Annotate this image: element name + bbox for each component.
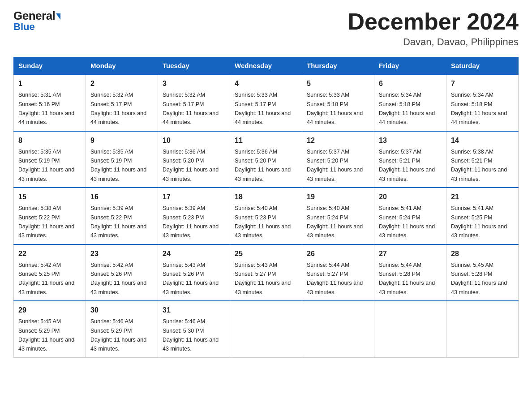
- day-number: 1: [18, 78, 81, 89]
- table-row: 24Sunrise: 5:43 AMSunset: 5:26 PMDayligh…: [158, 244, 230, 301]
- table-row: 30Sunrise: 5:46 AMSunset: 5:29 PMDayligh…: [86, 301, 158, 357]
- table-row: 9Sunrise: 5:35 AMSunset: 5:19 PMDaylight…: [86, 131, 158, 188]
- table-row: [302, 301, 374, 357]
- day-number: 21: [451, 192, 514, 202]
- day-number: 8: [18, 135, 81, 146]
- table-row: 21Sunrise: 5:41 AMSunset: 5:25 PMDayligh…: [446, 188, 519, 244]
- table-row: 22Sunrise: 5:42 AMSunset: 5:25 PMDayligh…: [14, 244, 86, 301]
- day-info: Sunrise: 5:39 AMSunset: 5:22 PMDaylight:…: [90, 205, 146, 239]
- day-number: 25: [235, 248, 297, 259]
- day-number: 28: [451, 248, 514, 259]
- page-header: General Blue December 2024 Davan, Davao,…: [13, 9, 519, 48]
- table-row: [374, 301, 446, 357]
- col-monday: Monday: [86, 57, 158, 75]
- table-row: 8Sunrise: 5:35 AMSunset: 5:19 PMDaylight…: [14, 131, 86, 188]
- day-number: 2: [90, 78, 153, 89]
- day-info: Sunrise: 5:35 AMSunset: 5:19 PMDaylight:…: [90, 149, 146, 182]
- day-number: 15: [18, 192, 81, 202]
- day-number: 12: [307, 135, 369, 146]
- col-friday: Friday: [374, 57, 446, 75]
- day-info: Sunrise: 5:43 AMSunset: 5:27 PMDaylight:…: [235, 262, 291, 295]
- day-info: Sunrise: 5:46 AMSunset: 5:30 PMDaylight:…: [163, 318, 219, 352]
- col-thursday: Thursday: [302, 57, 374, 75]
- table-row: 5Sunrise: 5:33 AMSunset: 5:18 PMDaylight…: [302, 74, 374, 131]
- calendar-subtitle: Davan, Davao, Philippines: [348, 36, 519, 48]
- logo: General Blue: [13, 9, 60, 33]
- table-row: [230, 301, 302, 357]
- day-info: Sunrise: 5:39 AMSunset: 5:23 PMDaylight:…: [163, 205, 219, 239]
- day-number: 11: [235, 135, 297, 146]
- table-row: 29Sunrise: 5:45 AMSunset: 5:29 PMDayligh…: [14, 301, 86, 357]
- day-info: Sunrise: 5:33 AMSunset: 5:17 PMDaylight:…: [235, 92, 291, 125]
- table-row: 23Sunrise: 5:42 AMSunset: 5:26 PMDayligh…: [86, 244, 158, 301]
- calendar-title: December 2024: [348, 9, 519, 34]
- day-info: Sunrise: 5:38 AMSunset: 5:21 PMDaylight:…: [451, 149, 507, 182]
- calendar-week-row: 22Sunrise: 5:42 AMSunset: 5:25 PMDayligh…: [14, 244, 519, 301]
- table-row: 17Sunrise: 5:39 AMSunset: 5:23 PMDayligh…: [158, 188, 230, 244]
- day-info: Sunrise: 5:40 AMSunset: 5:24 PMDaylight:…: [307, 205, 363, 239]
- calendar-header-row: Sunday Monday Tuesday Wednesday Thursday…: [14, 57, 519, 75]
- table-row: 18Sunrise: 5:40 AMSunset: 5:23 PMDayligh…: [230, 188, 302, 244]
- calendar-week-row: 1Sunrise: 5:31 AMSunset: 5:16 PMDaylight…: [14, 74, 519, 131]
- day-info: Sunrise: 5:32 AMSunset: 5:17 PMDaylight:…: [163, 92, 219, 125]
- table-row: 2Sunrise: 5:32 AMSunset: 5:17 PMDaylight…: [86, 74, 158, 131]
- table-row: 3Sunrise: 5:32 AMSunset: 5:17 PMDaylight…: [158, 74, 230, 131]
- day-number: 22: [18, 248, 81, 259]
- day-number: 30: [90, 305, 153, 316]
- table-row: 14Sunrise: 5:38 AMSunset: 5:21 PMDayligh…: [446, 131, 519, 188]
- day-number: 19: [307, 192, 369, 202]
- day-number: 16: [90, 192, 153, 202]
- col-tuesday: Tuesday: [158, 57, 230, 75]
- logo-text-bottom: Blue: [13, 21, 35, 33]
- table-row: 16Sunrise: 5:39 AMSunset: 5:22 PMDayligh…: [86, 188, 158, 244]
- table-row: 1Sunrise: 5:31 AMSunset: 5:16 PMDaylight…: [14, 74, 86, 131]
- table-row: 4Sunrise: 5:33 AMSunset: 5:17 PMDaylight…: [230, 74, 302, 131]
- day-info: Sunrise: 5:31 AMSunset: 5:16 PMDaylight:…: [18, 92, 74, 125]
- table-row: 26Sunrise: 5:44 AMSunset: 5:27 PMDayligh…: [302, 244, 374, 301]
- col-saturday: Saturday: [446, 57, 519, 75]
- table-row: [446, 301, 519, 357]
- day-info: Sunrise: 5:45 AMSunset: 5:29 PMDaylight:…: [18, 318, 74, 352]
- table-row: 19Sunrise: 5:40 AMSunset: 5:24 PMDayligh…: [302, 188, 374, 244]
- table-row: 13Sunrise: 5:37 AMSunset: 5:21 PMDayligh…: [374, 131, 446, 188]
- day-number: 18: [235, 192, 297, 202]
- day-info: Sunrise: 5:37 AMSunset: 5:21 PMDaylight:…: [379, 149, 435, 182]
- day-number: 4: [235, 78, 297, 89]
- table-row: 20Sunrise: 5:41 AMSunset: 5:24 PMDayligh…: [374, 188, 446, 244]
- day-info: Sunrise: 5:34 AMSunset: 5:18 PMDaylight:…: [451, 92, 507, 125]
- day-info: Sunrise: 5:45 AMSunset: 5:28 PMDaylight:…: [451, 262, 507, 295]
- day-number: 26: [307, 248, 369, 259]
- day-number: 17: [163, 192, 225, 202]
- day-number: 7: [451, 78, 514, 89]
- day-info: Sunrise: 5:41 AMSunset: 5:25 PMDaylight:…: [451, 205, 507, 239]
- table-row: 27Sunrise: 5:44 AMSunset: 5:28 PMDayligh…: [374, 244, 446, 301]
- day-info: Sunrise: 5:44 AMSunset: 5:27 PMDaylight:…: [307, 262, 363, 295]
- title-block: December 2024 Davan, Davao, Philippines: [348, 9, 519, 48]
- day-info: Sunrise: 5:44 AMSunset: 5:28 PMDaylight:…: [379, 262, 435, 295]
- day-info: Sunrise: 5:36 AMSunset: 5:20 PMDaylight:…: [235, 149, 291, 182]
- table-row: 6Sunrise: 5:34 AMSunset: 5:18 PMDaylight…: [374, 74, 446, 131]
- day-number: 6: [379, 78, 442, 89]
- day-number: 20: [379, 192, 442, 202]
- day-number: 23: [90, 248, 153, 259]
- table-row: 11Sunrise: 5:36 AMSunset: 5:20 PMDayligh…: [230, 131, 302, 188]
- table-row: 28Sunrise: 5:45 AMSunset: 5:28 PMDayligh…: [446, 244, 519, 301]
- col-sunday: Sunday: [14, 57, 86, 75]
- day-number: 24: [163, 248, 225, 259]
- day-number: 27: [379, 248, 442, 259]
- day-number: 13: [379, 135, 442, 146]
- day-number: 31: [163, 305, 225, 316]
- day-number: 14: [451, 135, 514, 146]
- table-row: 12Sunrise: 5:37 AMSunset: 5:20 PMDayligh…: [302, 131, 374, 188]
- calendar-table: Sunday Monday Tuesday Wednesday Thursday…: [13, 57, 519, 358]
- day-info: Sunrise: 5:46 AMSunset: 5:29 PMDaylight:…: [90, 318, 146, 352]
- table-row: 10Sunrise: 5:36 AMSunset: 5:20 PMDayligh…: [158, 131, 230, 188]
- day-info: Sunrise: 5:36 AMSunset: 5:20 PMDaylight:…: [163, 149, 219, 182]
- logo-arrow-icon: [56, 13, 60, 20]
- day-info: Sunrise: 5:32 AMSunset: 5:17 PMDaylight:…: [90, 92, 146, 125]
- day-info: Sunrise: 5:40 AMSunset: 5:23 PMDaylight:…: [235, 205, 291, 239]
- table-row: 31Sunrise: 5:46 AMSunset: 5:30 PMDayligh…: [158, 301, 230, 357]
- day-info: Sunrise: 5:33 AMSunset: 5:18 PMDaylight:…: [307, 92, 363, 125]
- day-info: Sunrise: 5:43 AMSunset: 5:26 PMDaylight:…: [163, 262, 219, 295]
- day-number: 9: [90, 135, 153, 146]
